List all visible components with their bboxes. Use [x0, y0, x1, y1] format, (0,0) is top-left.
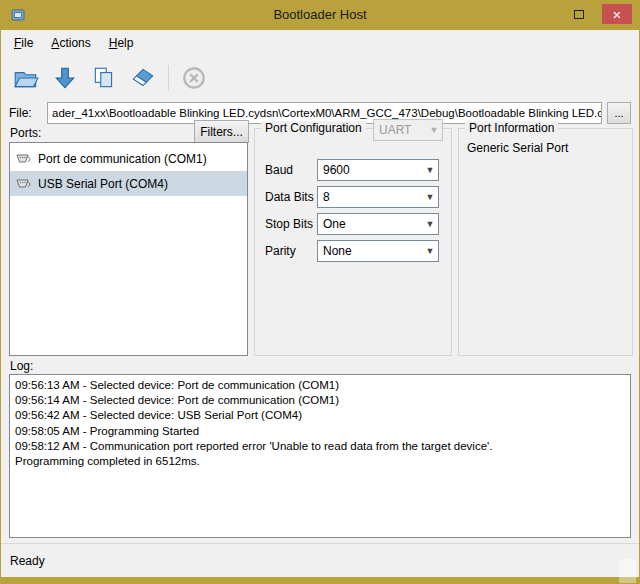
stop-bits-value: One [323, 217, 346, 231]
toolbar-separator [168, 65, 169, 91]
chevron-down-icon: ▼ [422, 219, 438, 229]
eraser-icon [129, 64, 157, 92]
log-label: Log: [10, 359, 33, 373]
log-line: 09:56:13 AM - Selected device: Port de c… [15, 378, 625, 393]
baud-row: Baud 9600 ▼ [265, 159, 439, 181]
parity-dropdown[interactable]: None ▼ [317, 240, 439, 262]
menu-actions[interactable]: Actions [42, 31, 99, 55]
data-bits-row: Data Bits 8 ▼ [265, 186, 439, 208]
parity-label: Parity [265, 244, 317, 258]
file-label: File: [9, 106, 47, 120]
open-folder-icon [12, 64, 40, 92]
data-bits-dropdown[interactable]: 8 ▼ [317, 186, 439, 208]
menu-bar: File Actions Help [1, 30, 639, 56]
maximize-button[interactable] [564, 4, 594, 24]
abort-button[interactable] [177, 61, 211, 95]
chevron-down-icon: ▼ [422, 165, 438, 175]
status-text: Ready [10, 554, 45, 568]
baud-dropdown[interactable]: 9600 ▼ [317, 159, 439, 181]
program-button[interactable] [48, 61, 82, 95]
log-line: Programming completed in 6512ms. [15, 454, 625, 469]
port-item-com4[interactable]: USB Serial Port (COM4) [10, 171, 247, 196]
verify-button[interactable] [87, 61, 121, 95]
log-line: 09:56:14 AM - Selected device: Port de c… [15, 393, 625, 408]
open-file-button[interactable] [9, 61, 43, 95]
log-line: 09:56:42 AM - Selected device: USB Seria… [15, 408, 625, 423]
ports-list[interactable]: Port de communication (COM1) USB Serial … [9, 142, 248, 356]
window-title: Bootloader Host [0, 7, 640, 22]
port-item-label: USB Serial Port (COM4) [38, 177, 168, 191]
titlebar[interactable]: Bootloader Host × [0, 0, 640, 30]
bootloader-host-window: Bootloader Host × File Actions Help [0, 0, 640, 584]
toolbar [1, 56, 639, 100]
maximize-icon [574, 10, 584, 19]
log-line: 09:58:12 AM - Communication port reporte… [15, 439, 625, 454]
protocol-value: UART [379, 123, 411, 137]
serial-port-icon [15, 176, 31, 191]
ports-label: Ports: [10, 126, 41, 140]
baud-label: Baud [265, 163, 317, 177]
status-bar: Ready [1, 543, 639, 577]
port-information-group: Port Information Generic Serial Port [458, 128, 633, 356]
port-information-content: Generic Serial Port [467, 141, 568, 155]
erase-button[interactable] [126, 61, 160, 95]
stop-bits-dropdown[interactable]: One ▼ [317, 213, 439, 235]
parity-row: Parity None ▼ [265, 240, 439, 262]
resize-grip[interactable] [619, 559, 636, 583]
log-line: 09:58:05 AM - Programming Started [15, 424, 625, 439]
port-configuration-title: Port Configuration [261, 121, 366, 135]
caption-buttons: × [564, 4, 632, 24]
stop-bits-label: Stop Bits [265, 217, 317, 231]
data-bits-value: 8 [323, 190, 330, 204]
menu-help[interactable]: Help [100, 31, 143, 55]
stop-bits-row: Stop Bits One ▼ [265, 213, 439, 235]
chevron-down-icon: ▼ [426, 125, 442, 135]
log-output[interactable]: 09:56:13 AM - Selected device: Port de c… [9, 374, 631, 538]
chevron-down-icon: ▼ [422, 192, 438, 202]
port-item-label: Port de communication (COM1) [38, 152, 207, 166]
close-button[interactable]: × [602, 4, 632, 24]
port-information-title: Port Information [465, 121, 558, 135]
protocol-dropdown[interactable]: UART ▼ [373, 119, 443, 141]
data-bits-label: Data Bits [265, 190, 317, 204]
circle-x-icon [180, 64, 208, 92]
menu-file[interactable]: File [5, 31, 42, 55]
baud-value: 9600 [323, 163, 350, 177]
serial-port-icon [15, 151, 31, 166]
port-item-com1[interactable]: Port de communication (COM1) [10, 146, 247, 171]
arrow-down-icon [52, 65, 78, 91]
parity-value: None [323, 244, 352, 258]
chevron-down-icon: ▼ [422, 246, 438, 256]
client-area: File Actions Help [1, 30, 639, 577]
copy-pages-icon [91, 65, 117, 91]
port-configuration-group: Port Configuration UART ▼ Baud 9600 ▼ Da… [254, 128, 452, 356]
browse-button[interactable]: ... [607, 102, 631, 124]
filters-button[interactable]: Filters... [194, 120, 249, 143]
